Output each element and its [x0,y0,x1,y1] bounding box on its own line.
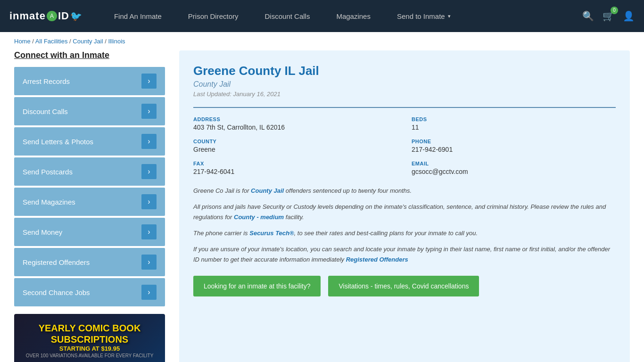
phone-value: 217-942-6901 [412,146,616,153]
desc3-text: The phone carrier is [193,230,249,237]
ad-note: OVER 100 VARIATIONS AVAILABLE FOR EVERY … [26,353,154,358]
main-container: Connect with an Inmate Arrest Records › … [0,50,644,362]
description-area: Greene Co Jail is for County Jail offend… [193,186,616,265]
desc-para-3: The phone carrier is Securus Tech®, to s… [193,228,616,239]
find-inmate-button[interactable]: Looking for an inmate at this facility? [193,276,321,296]
desc2-link[interactable]: County - medium [234,214,284,221]
beds-value: 11 [412,123,616,131]
header-icons: 🔍 🛒 0 👤 [582,10,635,22]
email-value: gcsocc@gcctv.com [412,168,616,175]
county-label: COUNTY [193,139,397,144]
last-updated: Last Updated: January 16, 2021 [193,90,616,98]
breadcrumb-county-jail[interactable]: County Jail [73,38,103,45]
info-divider [193,107,616,108]
desc-para-2: All prisons and jails have Security or C… [193,202,616,222]
sidebar-item-second-chance-jobs[interactable]: Second Chance Jobs › [14,278,165,306]
beds-cell: BEDS 11 [412,116,616,131]
facility-name: Greene County IL Jail [193,64,616,78]
address-label: ADDRESS [193,116,397,122]
desc2-rest: facility. [284,214,304,221]
logo-text: inmate [9,10,46,22]
logo-suffix: ID [58,10,69,22]
sidebar-arrow-arrest-records: › [141,74,157,89]
breadcrumb-all-facilities[interactable]: All Facilities [35,38,68,45]
info-grid: ADDRESS 403 7th St, Carrollton, IL 62016… [193,116,616,175]
sidebar-item-discount-calls[interactable]: Discount Calls › [14,97,165,125]
desc3-rest: , to see their rates and best-calling pl… [294,230,478,237]
sidebar-label-send-magazines: Send Magazines [23,198,75,206]
search-icon[interactable]: 🔍 [582,10,594,22]
sidebar-arrow-send-money: › [141,224,157,239]
desc4-link[interactable]: Registered Offenders [346,256,408,263]
fax-cell: FAX 217-942-6041 [193,161,397,175]
sidebar-menu: Arrest Records › Discount Calls › Send L… [14,67,165,306]
beds-label: BEDS [412,116,616,122]
logo-bird-icon: 🐦 [70,10,82,22]
ad-banner[interactable]: YEARLY COMIC BOOKSUBSCRIPTIONS STARTING … [14,314,165,362]
email-label: EMAIL [412,161,616,166]
sidebar-label-second-chance-jobs: Second Chance Jobs [23,288,90,296]
logo[interactable]: inmate A ID 🐦 [9,10,82,22]
nav-send-to-inmate[interactable]: Send to Inmate ▾ [384,0,464,32]
sidebar-label-send-money: Send Money [23,228,62,236]
sidebar-arrow-send-postcards: › [141,164,157,179]
desc3-link[interactable]: Securus Tech® [249,230,294,237]
cart-badge: 0 [611,7,618,14]
facility-type: County Jail [193,80,616,89]
nav-find-inmate[interactable]: Find An Inmate [101,0,175,32]
sidebar-item-send-magazines[interactable]: Send Magazines › [14,188,165,216]
sidebar-item-arrest-records[interactable]: Arrest Records › [14,67,165,95]
sidebar-arrow-discount-calls: › [141,104,157,119]
logo-icon: A [47,11,57,21]
sidebar-item-send-letters[interactable]: Send Letters & Photos › [14,127,165,156]
sidebar-label-send-postcards: Send Postcards [23,168,73,176]
sidebar-title: Connect with an Inmate [14,50,165,60]
nav-magazines[interactable]: Magazines [323,0,384,32]
dropdown-arrow-icon: ▾ [448,13,451,19]
sidebar-label-discount-calls: Discount Calls [23,107,68,115]
fax-value: 217-942-6041 [193,168,397,175]
sidebar-label-registered-offenders: Registered Offenders [23,258,90,266]
ad-title: YEARLY COMIC BOOKSUBSCRIPTIONS [39,322,141,345]
sidebar-arrow-send-magazines: › [141,194,157,209]
sidebar-item-send-postcards[interactable]: Send Postcards › [14,157,165,186]
desc1-rest: offenders sentenced up to twenty four mo… [284,187,412,194]
ad-price: STARTING AT $19.95 [59,345,120,352]
sidebar: Connect with an Inmate Arrest Records › … [14,50,165,362]
desc-para-4: If you are unsure of your inmate's locat… [193,244,616,265]
nav-prison-directory[interactable]: Prison Directory [175,0,252,32]
desc1-link[interactable]: County Jail [251,187,284,194]
county-cell: COUNTY Greene [193,139,397,153]
sidebar-item-registered-offenders[interactable]: Registered Offenders › [14,248,165,276]
sidebar-arrow-registered-offenders: › [141,255,157,270]
action-buttons: Looking for an inmate at this facility? … [193,276,616,296]
sidebar-item-send-money[interactable]: Send Money › [14,218,165,246]
breadcrumb-state[interactable]: Illinois [108,38,125,45]
visitations-button[interactable]: Visitations - times, rules, Covid cancel… [328,276,479,296]
content-area: Greene County IL Jail County Jail Last U… [179,50,630,362]
sidebar-arrow-send-letters: › [141,134,157,149]
county-value: Greene [193,146,397,153]
sidebar-label-arrest-records: Arrest Records [23,77,70,85]
nav-discount-calls[interactable]: Discount Calls [252,0,323,32]
phone-cell: PHONE 217-942-6901 [412,139,616,153]
breadcrumb-home[interactable]: Home [14,38,31,45]
desc-para-1: Greene Co Jail is for County Jail offend… [193,186,616,196]
main-nav: Find An Inmate Prison Directory Discount… [101,0,582,32]
address-value: 403 7th St, Carrollton, IL 62016 [193,123,397,131]
sidebar-arrow-second-chance-jobs: › [141,285,157,300]
nav-send-to-inmate-label: Send to Inmate [397,12,445,20]
email-cell: EMAIL gcsocc@gcctv.com [412,161,616,175]
cart-wrapper[interactable]: 🛒 0 [603,10,614,22]
user-icon[interactable]: 👤 [623,10,635,22]
fax-label: FAX [193,161,397,166]
sidebar-label-send-letters: Send Letters & Photos [23,138,93,146]
breadcrumb: Home / All Facilities / County Jail / Il… [0,32,644,50]
desc1-text: Greene Co Jail is for [193,187,251,194]
phone-label: PHONE [412,139,616,144]
address-cell: ADDRESS 403 7th St, Carrollton, IL 62016 [193,116,397,131]
